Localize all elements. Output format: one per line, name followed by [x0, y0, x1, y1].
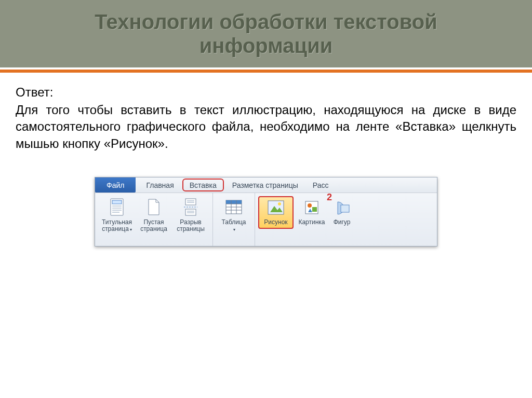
table-label: Таблица [221, 218, 246, 226]
clipart-icon [302, 198, 321, 217]
tab-mailings[interactable]: Расс [305, 177, 329, 193]
svg-rect-14 [226, 200, 242, 204]
clipart-button[interactable]: Картинка [296, 197, 328, 226]
content-area: Ответ: Для того чтобы вставить в текст и… [0, 73, 532, 246]
group-pages: Титульная страница▾ Пустая страница [95, 193, 213, 246]
dropdown-arrow-icon: ▾ [233, 227, 235, 232]
tab-insert-label: Вставка [190, 181, 217, 189]
table-button[interactable]: Таблица▾ [216, 197, 251, 232]
svg-point-24 [308, 203, 312, 208]
word-ribbon-screenshot: 1 2 Файл Главная Вставка Разметка страни… [95, 177, 437, 246]
table-icon [224, 198, 243, 217]
clipart-label: Картинка [298, 219, 325, 226]
cover-page-button[interactable]: Титульная страница▾ [98, 197, 136, 232]
cover-page-icon [108, 198, 126, 217]
divider-bar [0, 67, 532, 73]
tab-insert[interactable]: Вставка [182, 179, 224, 191]
shapes-icon [332, 198, 351, 217]
svg-rect-1 [112, 200, 122, 204]
title-line-1: Технологии обработки текстовой [95, 10, 437, 33]
tab-layout-label: Разметка страницы [232, 181, 298, 189]
answer-label: Ответ: [16, 85, 516, 100]
picture-icon [267, 198, 285, 217]
picture-button[interactable]: Рисунок [258, 196, 294, 229]
title-line-2: информации [200, 34, 333, 57]
svg-rect-27 [341, 205, 349, 212]
picture-label: Рисунок [264, 219, 287, 226]
blank-page-button[interactable]: Пустая страница [138, 197, 170, 232]
tab-page-layout[interactable]: Разметка страницы [225, 177, 305, 193]
ribbon-tabs: Файл Главная Вставка Разметка страницы Р… [95, 177, 437, 193]
shapes-button[interactable]: Фигур [330, 197, 354, 226]
svg-rect-25 [312, 207, 317, 212]
svg-rect-20 [268, 201, 284, 214]
tab-home-label: Главная [146, 181, 174, 189]
blank-page-label: Пустая страница [138, 219, 170, 232]
page-break-icon [181, 198, 200, 217]
shapes-label: Фигур [334, 219, 351, 226]
ribbon-body: Титульная страница▾ Пустая страница [95, 193, 437, 246]
tab-file-label: Файл [107, 181, 124, 189]
group-illustrations: Рисунок Картинка [255, 193, 357, 246]
blank-page-icon [144, 198, 163, 217]
group-tables: Таблица▾ [213, 193, 255, 246]
cover-page-label: Титульная страница [102, 218, 132, 232]
dropdown-arrow-icon: ▾ [130, 227, 132, 232]
page-break-label: Разрыв страницы [172, 219, 209, 232]
tab-home[interactable]: Главная [139, 177, 181, 193]
page-break-button[interactable]: Разрыв страницы [172, 197, 209, 232]
tab-mail-label: Расс [313, 181, 329, 189]
tab-file[interactable]: Файл [95, 177, 136, 193]
svg-rect-6 [185, 199, 196, 205]
slide-header: Технологии обработки текстовой информаци… [0, 0, 532, 67]
slide-title: Технологии обработки текстовой информаци… [95, 10, 437, 58]
svg-point-22 [278, 202, 281, 205]
annotation-marker-2: 2 [327, 192, 332, 203]
answer-text: Для того чтобы вставить в текст иллюстра… [16, 102, 516, 152]
svg-rect-7 [185, 209, 196, 215]
